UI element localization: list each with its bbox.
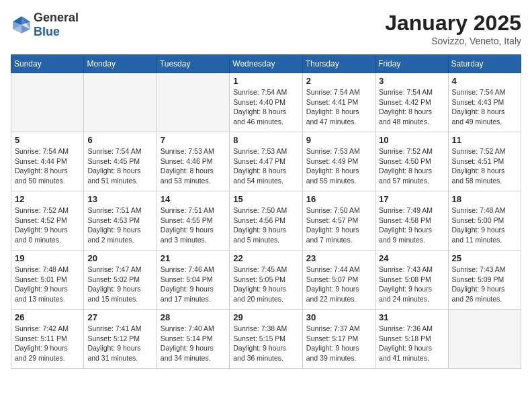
day-number: 21 xyxy=(161,253,226,263)
day-info: Sunrise: 7:54 AMSunset: 4:44 PMDaylight:… xyxy=(15,146,80,186)
day-info: Sunrise: 7:54 AMSunset: 4:41 PMDaylight:… xyxy=(306,87,371,127)
day-number: 9 xyxy=(306,135,371,145)
calendar-cell: 14Sunrise: 7:51 AMSunset: 4:55 PMDayligh… xyxy=(157,191,229,250)
calendar-cell: 12Sunrise: 7:52 AMSunset: 4:52 PMDayligh… xyxy=(11,191,84,250)
day-number: 22 xyxy=(233,253,298,263)
day-number: 31 xyxy=(379,312,444,322)
logo-general-text: General xyxy=(34,11,79,24)
day-info: Sunrise: 7:43 AMSunset: 5:08 PMDaylight:… xyxy=(379,265,444,304)
day-info: Sunrise: 7:54 AMSunset: 4:42 PMDaylight:… xyxy=(379,87,444,127)
day-number: 8 xyxy=(233,135,298,145)
logo-icon xyxy=(11,14,32,36)
weekday-header-sunday: Sunday xyxy=(11,55,84,73)
day-number: 19 xyxy=(15,253,80,263)
calendar-cell: 13Sunrise: 7:51 AMSunset: 4:53 PMDayligh… xyxy=(84,191,157,250)
day-info: Sunrise: 7:40 AMSunset: 5:14 PMDaylight:… xyxy=(161,324,226,363)
day-number: 7 xyxy=(161,135,226,145)
calendar-cell: 29Sunrise: 7:38 AMSunset: 5:15 PMDayligh… xyxy=(230,310,302,369)
day-number: 5 xyxy=(15,135,80,145)
day-info: Sunrise: 7:52 AMSunset: 4:52 PMDaylight:… xyxy=(15,205,80,245)
day-number: 25 xyxy=(452,253,517,263)
calendar-cell: 5Sunrise: 7:54 AMSunset: 4:44 PMDaylight… xyxy=(11,132,84,191)
day-info: Sunrise: 7:53 AMSunset: 4:47 PMDaylight:… xyxy=(233,146,298,186)
location-subtitle: Sovizzo, Veneto, Italy xyxy=(385,36,521,46)
day-number: 12 xyxy=(15,194,80,204)
day-info: Sunrise: 7:50 AMSunset: 4:57 PMDaylight:… xyxy=(306,205,371,245)
day-number: 30 xyxy=(306,312,371,322)
calendar-cell: 23Sunrise: 7:44 AMSunset: 5:07 PMDayligh… xyxy=(302,250,375,310)
day-info: Sunrise: 7:54 AMSunset: 4:43 PMDaylight:… xyxy=(452,87,517,127)
day-info: Sunrise: 7:42 AMSunset: 5:11 PMDaylight:… xyxy=(15,324,80,363)
calendar-cell: 4Sunrise: 7:54 AMSunset: 4:43 PMDaylight… xyxy=(448,73,521,132)
day-number: 11 xyxy=(452,135,517,145)
day-info: Sunrise: 7:38 AMSunset: 5:15 PMDaylight:… xyxy=(233,324,298,363)
day-number: 6 xyxy=(87,135,152,145)
logo-blue-text: Blue xyxy=(34,25,60,38)
calendar-header-row: SundayMondayTuesdayWednesdayThursdayFrid… xyxy=(11,55,521,73)
title-block: January 2025 Sovizzo, Veneto, Italy xyxy=(385,11,521,46)
logo: General Blue xyxy=(11,11,79,39)
calendar-cell: 7Sunrise: 7:53 AMSunset: 4:46 PMDaylight… xyxy=(157,132,229,191)
day-number: 13 xyxy=(87,194,152,204)
calendar-cell: 6Sunrise: 7:54 AMSunset: 4:45 PMDaylight… xyxy=(84,132,157,191)
day-info: Sunrise: 7:53 AMSunset: 4:46 PMDaylight:… xyxy=(161,146,226,186)
weekday-header-friday: Friday xyxy=(375,55,448,73)
weekday-header-wednesday: Wednesday xyxy=(230,55,302,73)
day-info: Sunrise: 7:49 AMSunset: 4:58 PMDaylight:… xyxy=(379,205,444,245)
day-info: Sunrise: 7:36 AMSunset: 5:18 PMDaylight:… xyxy=(379,324,444,363)
calendar-table: SundayMondayTuesdayWednesdayThursdayFrid… xyxy=(11,54,521,369)
day-info: Sunrise: 7:48 AMSunset: 5:00 PMDaylight:… xyxy=(452,205,517,245)
weekday-header-monday: Monday xyxy=(84,55,157,73)
day-number: 18 xyxy=(452,194,517,204)
calendar-cell: 16Sunrise: 7:50 AMSunset: 4:57 PMDayligh… xyxy=(302,191,375,250)
day-info: Sunrise: 7:52 AMSunset: 4:51 PMDaylight:… xyxy=(452,146,517,186)
calendar-week-row: 12Sunrise: 7:52 AMSunset: 4:52 PMDayligh… xyxy=(11,191,521,250)
day-info: Sunrise: 7:37 AMSunset: 5:17 PMDaylight:… xyxy=(306,324,371,363)
calendar-cell: 26Sunrise: 7:42 AMSunset: 5:11 PMDayligh… xyxy=(11,310,84,369)
day-number: 20 xyxy=(87,253,152,263)
calendar-week-row: 19Sunrise: 7:48 AMSunset: 5:01 PMDayligh… xyxy=(11,250,521,310)
calendar-week-row: 1Sunrise: 7:54 AMSunset: 4:40 PMDaylight… xyxy=(11,73,521,132)
day-number: 17 xyxy=(379,194,444,204)
day-number: 3 xyxy=(379,76,444,86)
day-number: 23 xyxy=(306,253,371,263)
calendar-cell: 8Sunrise: 7:53 AMSunset: 4:47 PMDaylight… xyxy=(230,132,302,191)
calendar-cell: 9Sunrise: 7:53 AMSunset: 4:49 PMDaylight… xyxy=(302,132,375,191)
calendar-cell: 17Sunrise: 7:49 AMSunset: 4:58 PMDayligh… xyxy=(375,191,448,250)
day-info: Sunrise: 7:54 AMSunset: 4:45 PMDaylight:… xyxy=(87,146,152,186)
day-number: 15 xyxy=(233,194,298,204)
day-info: Sunrise: 7:43 AMSunset: 5:09 PMDaylight:… xyxy=(452,265,517,304)
day-number: 27 xyxy=(87,312,152,322)
calendar-cell: 28Sunrise: 7:40 AMSunset: 5:14 PMDayligh… xyxy=(157,310,229,369)
calendar-cell: 11Sunrise: 7:52 AMSunset: 4:51 PMDayligh… xyxy=(448,132,521,191)
day-number: 16 xyxy=(306,194,371,204)
calendar-week-row: 5Sunrise: 7:54 AMSunset: 4:44 PMDaylight… xyxy=(11,132,521,191)
weekday-header-saturday: Saturday xyxy=(448,55,521,73)
calendar-cell: 27Sunrise: 7:41 AMSunset: 5:12 PMDayligh… xyxy=(84,310,157,369)
calendar-cell: 19Sunrise: 7:48 AMSunset: 5:01 PMDayligh… xyxy=(11,250,84,310)
calendar-cell xyxy=(448,310,521,369)
day-info: Sunrise: 7:47 AMSunset: 5:02 PMDaylight:… xyxy=(87,265,152,304)
day-info: Sunrise: 7:51 AMSunset: 4:55 PMDaylight:… xyxy=(161,205,226,245)
day-number: 28 xyxy=(161,312,226,322)
day-info: Sunrise: 7:51 AMSunset: 4:53 PMDaylight:… xyxy=(87,205,152,245)
month-year-title: January 2025 xyxy=(385,11,521,36)
calendar-cell: 20Sunrise: 7:47 AMSunset: 5:02 PMDayligh… xyxy=(84,250,157,310)
day-info: Sunrise: 7:46 AMSunset: 5:04 PMDaylight:… xyxy=(161,265,226,304)
calendar-cell xyxy=(157,73,229,132)
calendar-cell: 31Sunrise: 7:36 AMSunset: 5:18 PMDayligh… xyxy=(375,310,448,369)
calendar-cell: 3Sunrise: 7:54 AMSunset: 4:42 PMDaylight… xyxy=(375,73,448,132)
day-info: Sunrise: 7:44 AMSunset: 5:07 PMDaylight:… xyxy=(306,265,371,304)
day-number: 4 xyxy=(452,76,517,86)
weekday-header-thursday: Thursday xyxy=(302,55,375,73)
calendar-cell: 22Sunrise: 7:45 AMSunset: 5:05 PMDayligh… xyxy=(230,250,302,310)
day-info: Sunrise: 7:53 AMSunset: 4:49 PMDaylight:… xyxy=(306,146,371,186)
day-number: 1 xyxy=(233,76,298,86)
day-info: Sunrise: 7:48 AMSunset: 5:01 PMDaylight:… xyxy=(15,265,80,304)
calendar-cell: 15Sunrise: 7:50 AMSunset: 4:56 PMDayligh… xyxy=(230,191,302,250)
weekday-header-tuesday: Tuesday xyxy=(157,55,229,73)
calendar-cell xyxy=(11,73,84,132)
calendar-cell: 21Sunrise: 7:46 AMSunset: 5:04 PMDayligh… xyxy=(157,250,229,310)
day-info: Sunrise: 7:50 AMSunset: 4:56 PMDaylight:… xyxy=(233,205,298,245)
day-info: Sunrise: 7:52 AMSunset: 4:50 PMDaylight:… xyxy=(379,146,444,186)
